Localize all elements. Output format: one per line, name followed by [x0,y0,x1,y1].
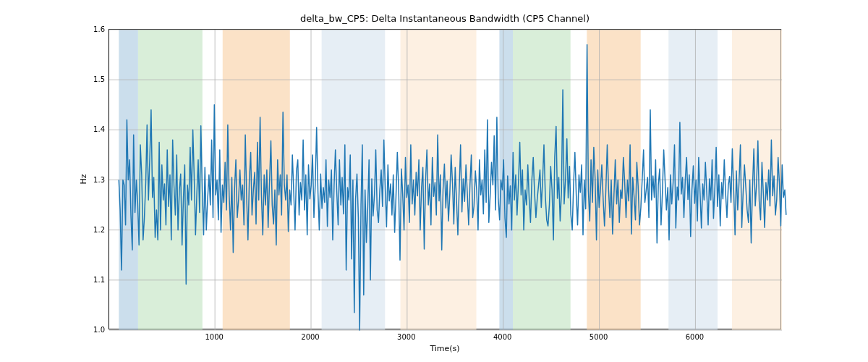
x-tick-label: 5000 [590,333,608,341]
figure: delta_bw_CP5: Delta Instantaneous Bandwi… [0,0,868,362]
y-tick-label: 1.0 [76,326,105,334]
x-tick-label: 4000 [493,333,511,341]
x-axis-label: Time(s) [109,344,781,353]
plot-svg [109,30,780,329]
y-tick-label: 1.5 [76,75,105,83]
x-tick-label: 6000 [686,333,704,341]
x-tick-label: 2000 [301,333,319,341]
x-tick-label: 1000 [205,333,223,341]
axes-area [109,29,781,329]
chart-title: delta_bw_CP5: Delta Instantaneous Bandwi… [109,13,781,24]
y-tick-label: 1.3 [76,175,105,183]
y-tick-label: 1.6 [76,25,105,33]
y-tick-label: 1.2 [76,225,105,233]
y-tick-label: 1.4 [76,125,105,133]
y-tick-label: 1.1 [76,275,105,283]
x-tick-label: 3000 [397,333,415,341]
